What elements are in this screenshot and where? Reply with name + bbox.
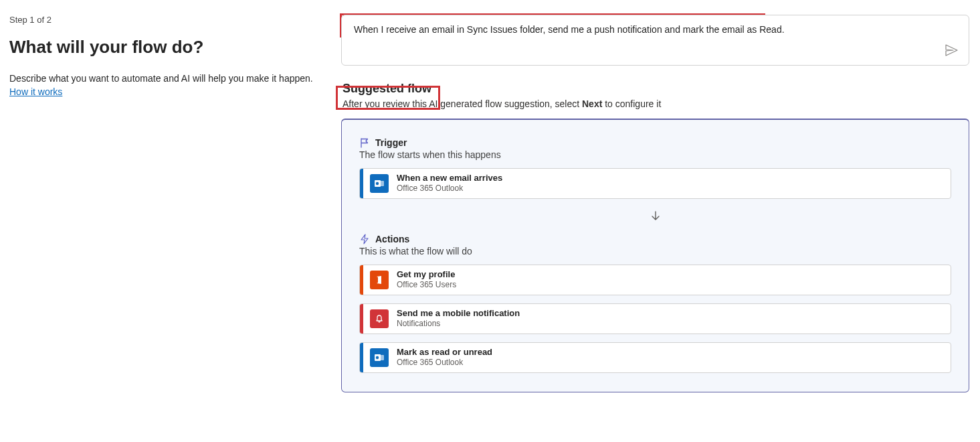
svg-rect-4 <box>379 355 384 360</box>
step-accent-bar <box>360 169 363 198</box>
office-icon <box>370 271 389 289</box>
step-connector: Office 365 Users <box>397 280 456 290</box>
step-connector: Office 365 Outlook <box>397 183 502 194</box>
send-icon <box>945 44 958 57</box>
suggested-flow-subtitle: After you review this AI generated flow … <box>342 98 969 109</box>
actions-header: Actions <box>359 234 951 244</box>
step-connector: Notifications <box>397 319 520 329</box>
actions-subtext: This is what the flow will do <box>359 246 951 256</box>
trigger-header-label: Trigger <box>375 137 407 148</box>
outlook-icon <box>370 174 389 193</box>
step-connector: Office 365 Outlook <box>397 358 492 368</box>
suggested-flow-card: Trigger The flow starts when this happen… <box>341 119 969 392</box>
bell-icon <box>370 309 389 328</box>
step-name: When a new email arrives <box>397 173 502 183</box>
step-accent-bar <box>360 265 363 295</box>
step-name: Get my profile <box>397 269 456 280</box>
prompt-input-box[interactable]: When I receive an email in Sync Issues f… <box>341 15 969 66</box>
svg-point-2 <box>376 181 379 184</box>
lightning-icon <box>359 234 370 244</box>
description-text: Describe what you want to automate and A… <box>9 73 313 84</box>
page-description: Describe what you want to automate and A… <box>9 72 328 98</box>
page-title: What will your flow do? <box>9 37 328 58</box>
step-indicator: Step 1 of 2 <box>9 15 328 25</box>
action-step[interactable]: Get my profile Office 365 Users <box>359 265 951 295</box>
suggested-flow-title: Suggested flow <box>342 82 969 96</box>
step-accent-bar <box>360 304 363 334</box>
arrow-down-icon <box>359 210 951 222</box>
send-button[interactable] <box>943 42 959 58</box>
action-step[interactable]: Mark as read or unread Office 365 Outloo… <box>359 342 951 373</box>
actions-header-label: Actions <box>375 234 409 244</box>
step-accent-bar <box>360 343 363 372</box>
how-it-works-link[interactable]: How it works <box>9 86 62 97</box>
trigger-subtext: The flow starts when this happens <box>359 149 951 160</box>
trigger-step[interactable]: When a new email arrives Office 365 Outl… <box>359 168 951 199</box>
flag-icon <box>359 137 370 148</box>
svg-point-5 <box>376 356 379 358</box>
step-name: Send me a mobile notification <box>397 308 520 319</box>
outlook-icon <box>370 348 389 367</box>
action-step[interactable]: Send me a mobile notification Notificati… <box>359 303 951 334</box>
svg-rect-1 <box>379 181 384 186</box>
prompt-text: When I receive an email in Sync Issues f… <box>354 23 937 37</box>
trigger-header: Trigger <box>359 137 951 148</box>
step-name: Mark as read or unread <box>397 347 492 358</box>
